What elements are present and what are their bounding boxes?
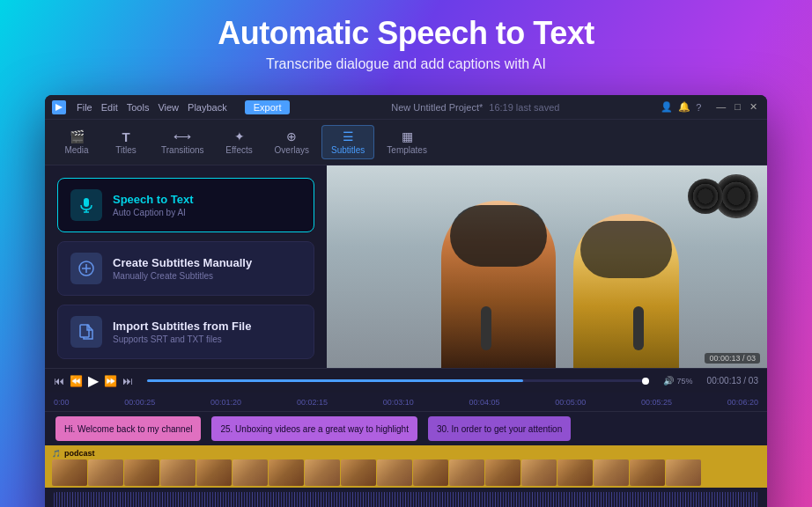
tool-effects[interactable]: ✦ Effects [217,126,262,158]
left-panel: Speech to Text Auto Caption by AI Create… [45,165,327,368]
progress-fill [147,379,523,382]
ruler-mark-7: 00:05:25 [641,398,672,407]
timeline-section: 0:00 00:00:25 00:01:20 00:02:15 00:03:10… [45,393,767,507]
thumb-15 [557,459,593,486]
audio-track [45,488,767,507]
skip-forward-button[interactable]: ⏭ [122,375,133,387]
account-icon[interactable]: 👤 [661,101,673,113]
caption-chip-3[interactable]: 30. In order to get your attention [428,416,571,441]
ruler-mark-4: 00:03:10 [383,398,414,407]
title-bar: File Edit Tools View Playback Export New… [45,95,767,120]
tool-templates-label: Templates [387,145,427,155]
toolbar: 🎬 Media T Titles ⟷ Transitions ✦ Effects… [45,120,767,165]
speech-to-text-icon [70,189,102,221]
menu-view[interactable]: View [158,102,179,113]
person-right [573,214,679,368]
thumb-12 [449,459,484,486]
thumb-8 [305,459,340,486]
thumb-3 [124,459,159,486]
help-icon[interactable]: ? [696,102,701,113]
volume-icon[interactable]: 🔊 [663,376,674,386]
thumb-4 [160,459,196,486]
thumb-17 [630,459,665,486]
tool-transitions-label: Transitions [161,145,204,155]
close-button[interactable]: ✕ [747,101,760,113]
import-subtitles-card[interactable]: Import Subtitles from File Supports SRT … [57,305,314,359]
minimize-button[interactable]: — [713,101,728,113]
video-content [327,165,767,368]
speech-to-text-card[interactable]: Speech to Text Auto Caption by AI [57,178,314,232]
thumb-16 [594,459,629,486]
podcast-thumbnails [52,459,701,486]
thumb-10 [377,459,412,486]
thumb-6 [233,459,268,486]
svg-marker-0 [55,104,63,111]
import-subtitles-icon [70,316,102,348]
ruler-mark-1: 00:00:25 [124,398,155,407]
thumb-5 [196,459,232,486]
menu-file[interactable]: File [77,102,92,113]
time-display: 00:00:13 / 03 [707,376,758,386]
podcast-label: 🎵 podcast [52,449,95,458]
export-button[interactable]: Export [245,100,291,114]
volume-level: 75% [677,377,693,386]
thumb-1 [52,459,87,486]
menu-playback[interactable]: Playback [188,102,227,113]
vinyl-record-2 [688,179,723,214]
create-subtitles-card[interactable]: Create Subtitles Manually Manually Creat… [57,241,314,296]
thumb-9 [341,459,376,486]
menu-tools[interactable]: Tools [127,102,150,113]
play-controls: ⏮ ⏪ ▶ ⏩ ⏭ [54,372,133,389]
volume-area: 🔊 75% [663,376,693,386]
create-subtitles-text: Create Subtitles Manually Manually Creat… [113,256,252,281]
title-bar-center: New Untitled Project* 16:19 last saved [290,102,661,113]
tool-overlays[interactable]: ⊕ Overlays [266,126,318,158]
titles-icon: T [117,129,135,143]
thumb-7 [269,459,304,486]
headphones-right [580,221,672,278]
speech-to-text-subtitle: Auto Caption by AI [113,208,194,217]
time-overlay: 00:00:13 / 03 [705,353,760,364]
header-area: Automatic Speech to Text Transcribe dial… [0,16,812,72]
tool-media-label: Media [64,145,88,155]
menu-edit[interactable]: Edit [101,102,118,113]
progress-track[interactable] [147,379,649,382]
project-name: New Untitled Project* [391,102,483,113]
ruler-mark-3: 00:02:15 [297,398,328,407]
ruler-mark-6: 00:05:00 [555,398,586,407]
person-left [441,201,556,368]
video-area: 00:00:13 / 03 [327,165,767,368]
tool-templates[interactable]: ▦ Templates [378,126,436,158]
speech-to-text-text: Speech to Text Auto Caption by AI [113,193,194,217]
templates-icon: ▦ [398,129,416,143]
tool-titles[interactable]: T Titles [103,126,149,158]
tool-transitions[interactable]: ⟷ Transitions [152,126,213,158]
audio-waveform [54,492,758,507]
maximize-button[interactable]: □ [732,101,743,113]
title-bar-right: 👤 🔔 ? — □ ✕ [661,101,760,113]
step-back-button[interactable]: ⏪ [70,375,83,387]
caption-chip-2[interactable]: 25. Unboxing videos are a great way to h… [211,416,417,441]
time-current: 00:00:13 [709,354,740,363]
media-icon: 🎬 [68,129,85,143]
tool-media[interactable]: 🎬 Media [54,126,100,158]
play-button[interactable]: ▶ [88,372,99,389]
podcast-track: 🎵 podcast [45,445,767,488]
create-subtitles-subtitle: Manually Create Subtitles [113,271,252,281]
tool-overlays-label: Overlays [275,145,309,155]
playback-bar: ⏮ ⏪ ▶ ⏩ ⏭ 🔊 75% 00:00:13 / 03 [45,368,767,393]
tool-subtitles[interactable]: ☰ Subtitles [321,125,374,159]
headphones-left [450,205,547,267]
create-subtitles-title: Create Subtitles Manually [113,256,252,269]
skip-back-button[interactable]: ⏮ [54,375,64,387]
bell-icon[interactable]: 🔔 [678,101,690,113]
microphone-left [481,306,491,350]
tool-effects-label: Effects [225,145,252,155]
import-subtitles-text: Import Subtitles from File Supports SRT … [113,320,251,344]
thumb-11 [413,459,448,486]
ruler-marks: 0:00 00:00:25 00:01:20 00:02:15 00:03:10… [54,398,758,407]
step-forward-button[interactable]: ⏩ [104,375,117,387]
caption-chip-1[interactable]: Hi. Welcome back to my channel [55,416,201,441]
speech-to-text-title: Speech to Text [113,193,194,206]
subtitles-icon: ☰ [339,129,357,143]
